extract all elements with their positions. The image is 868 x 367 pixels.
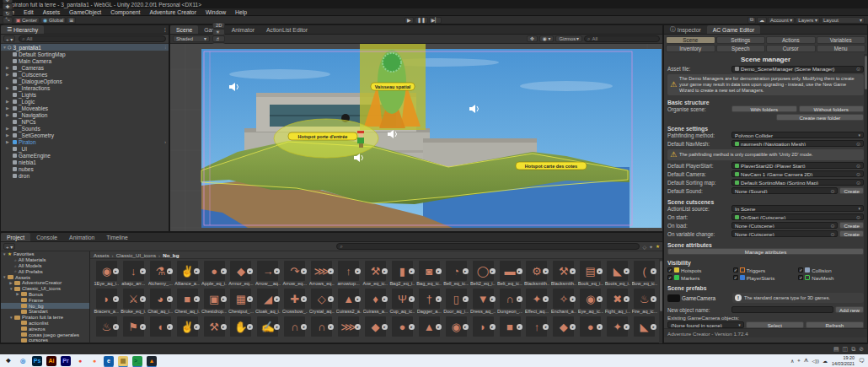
layout-dropdown[interactable]: Layout▾	[821, 17, 865, 24]
subasset-expand-icon[interactable]: ▸	[409, 296, 415, 302]
asset-thumbnail[interactable]: ✍▸	[257, 316, 278, 337]
asset-thumbnail[interactable]: ▯▸	[446, 289, 467, 309]
asset-thumbnail[interactable]: ✧▸	[553, 289, 574, 309]
subasset-expand-icon[interactable]: ▸	[543, 324, 549, 330]
rotate-tool-button[interactable]: ↻	[3, 10, 13, 17]
cloud-button[interactable]: ☁	[757, 17, 767, 24]
asset-apple-eq-i[interactable]: ●▸Apple_eq_i...	[201, 261, 228, 287]
breadcrumb-classic-ui-icons[interactable]: Classic_UI_icons	[116, 252, 156, 258]
subasset-expand-icon[interactable]: ▸	[194, 324, 200, 330]
asset-tile[interactable]: ⚒▸	[201, 316, 228, 343]
folder-standart[interactable]: Standart	[1, 309, 89, 315]
asset-book-eq-i[interactable]: ▤▸Book_eq_i...	[577, 261, 603, 287]
asset-belt2-eq-i[interactable]: ◯▸Belt2_eq_i...	[470, 261, 496, 287]
asset-cloak-aq-i[interactable]: ◢▸Cloak_aq_i...	[255, 289, 281, 315]
folder-cursores[interactable]: cursores	[1, 337, 89, 343]
subasset-expand-icon[interactable]: ▸	[463, 296, 469, 302]
hierarchy-item-nubes[interactable]: nubes	[1, 165, 169, 172]
folder-adventurecreator[interactable]: ▶AdventureCreator	[1, 280, 89, 286]
asset-thumbnail[interactable]: ∩▸	[311, 316, 332, 337]
hierarchy-root-scene[interactable]: ▼⬡3_pantalla1⁝	[1, 44, 169, 51]
asset-tile[interactable]: ▲▸	[416, 316, 442, 343]
asset-chestput[interactable]: ▦▸Chestput_...	[228, 289, 255, 315]
subasset-expand-icon[interactable]: ▸	[274, 296, 280, 302]
hierarchy-item-sounds[interactable]: ▶_Sounds	[1, 125, 169, 132]
expand-arrow[interactable]: ▶	[9, 281, 13, 285]
subasset-expand-icon[interactable]: ▸	[247, 324, 253, 330]
manage-attributes-button[interactable]: Manage attributes	[667, 248, 864, 255]
asset-fight-aq-i[interactable]: ✖▸Fight_aq_i...	[604, 289, 630, 315]
asset-tile[interactable]: ◣▸	[631, 316, 657, 343]
on-load-field[interactable]: None (Cutscene)⊙	[731, 222, 838, 229]
asset-bow-eq-ic[interactable]: (▸Bow_eq_ic...	[631, 261, 657, 287]
taskbar-firefox-icon[interactable]: ●	[89, 356, 99, 366]
asset-chestdrop[interactable]: ▣▸Chestdrop...	[201, 289, 228, 315]
asset-thumbnail[interactable]: ∩▸	[500, 289, 521, 309]
asset-tile[interactable]: ✌▸	[174, 316, 201, 343]
ac-tab-speech[interactable]: Speech	[716, 45, 766, 52]
asset-blacksmith[interactable]: ⚒▸Blacksmith...	[550, 261, 576, 287]
asset-belt-eq-ic[interactable]: ▬▸Belt_eq_ic...	[497, 261, 523, 287]
asset-arrow-aq[interactable]: →▸Arrow__aq...	[255, 261, 281, 287]
subasset-expand-icon[interactable]: ▸	[194, 296, 200, 302]
asset-thumbnail[interactable]: ▲▸	[338, 289, 359, 309]
create-new-folder-button[interactable]: Create new folder	[776, 114, 864, 121]
pivot-toggle-button[interactable]: ▣ Center	[13, 17, 40, 24]
notification-center-icon[interactable]: 🗨	[859, 358, 865, 364]
asset-blacksmith[interactable]: ⚙▸Blacksmith...	[523, 261, 549, 287]
asset-tile[interactable]: ∩▸	[308, 316, 335, 343]
asset-tile[interactable]: ◗▸	[470, 316, 496, 343]
subasset-expand-icon[interactable]: ▸	[490, 324, 496, 330]
default-sorting-map-field[interactable]: Default SortingMap (Sorting Map)⊙	[731, 179, 864, 186]
status-icon-2[interactable]: ⧉	[851, 346, 855, 353]
asset-thumbnail[interactable]: ↓▸	[123, 261, 144, 281]
tool-handle-icon[interactable]: ✥	[527, 35, 538, 42]
subasset-expand-icon[interactable]: ▸	[543, 268, 549, 274]
item-menu-icon[interactable]: ⁝	[164, 45, 166, 50]
menu-assets[interactable]: Assets	[43, 9, 60, 15]
ac-tab-actions[interactable]: Actions	[766, 36, 816, 44]
asset-thumbnail[interactable]: ✌▸	[177, 316, 198, 337]
asset-thumbnail[interactable]: ⚔▸	[123, 289, 144, 309]
tab-hierarchy[interactable]: ☰Hierarchy	[1, 25, 44, 34]
hierarchy-item-niebla1[interactable]: niebla1	[1, 159, 169, 165]
tray-network-icon[interactable]: ᗑ	[804, 358, 809, 364]
asset-boots-eq-i[interactable]: ◣▸Boots_eq_i...	[604, 261, 630, 287]
asset-dagger-a[interactable]: †▸Dagger_a...	[416, 289, 442, 315]
on-variable-change-field[interactable]: None (Cutscene)⊙	[731, 230, 838, 237]
asset-thumbnail[interactable]: ✦▸	[607, 316, 628, 337]
asset-dungeon[interactable]: ∩▸Dungeon_...	[497, 289, 523, 315]
subasset-expand-icon[interactable]: ▸	[301, 324, 307, 330]
taskbar-premiere-icon[interactable]: Pr	[61, 356, 71, 366]
asset-thumbnail[interactable]: ⚒▸	[553, 261, 574, 281]
taskbar-illustrator-icon[interactable]: Ai	[46, 356, 56, 366]
asset-thumbnail[interactable]: †▸	[419, 289, 440, 309]
expand-arrow[interactable]: ▼	[9, 287, 13, 291]
asset-thumbnail[interactable]: ◙▸	[419, 261, 440, 281]
object-picker-icon[interactable]: ⊙	[856, 141, 860, 147]
object-picker-icon[interactable]: ⊙	[830, 231, 834, 237]
object-picker-icon[interactable]: ⊙	[856, 171, 860, 177]
without-folders-button[interactable]: Without folders	[799, 105, 865, 112]
taskbar-cortana-search-icon[interactable]: ◎	[18, 356, 28, 366]
subasset-expand-icon[interactable]: ▸	[624, 268, 630, 274]
gamecamera-label[interactable]: GameCamera	[682, 295, 731, 301]
tray-mic-icon[interactable]: ⌖	[797, 358, 800, 364]
subasset-expand-icon[interactable]: ▸	[490, 268, 496, 274]
asset-thumbnail[interactable]: ♨▸	[96, 316, 117, 337]
asset-thumbnail[interactable]: ⋙▸	[338, 316, 359, 337]
asset-thumbnail[interactable]: ◯▸	[473, 261, 494, 281]
hierarchy-item-dialogueoptions[interactable]: _DialogueOptions	[1, 78, 169, 84]
folder-assets[interactable]: ▼Assets	[1, 274, 89, 280]
grid-scrollbar[interactable]	[659, 259, 662, 344]
subasset-expand-icon[interactable]: ▸	[463, 324, 469, 330]
taskbar-vlc-icon[interactable]: ▲	[147, 356, 157, 366]
ac-scrollbar[interactable]	[864, 54, 867, 328]
asset-thumbnail[interactable]: ◗▸	[473, 316, 494, 337]
tab-scene[interactable]: Scene	[170, 25, 198, 34]
asset-thumbnail[interactable]: ▣▸	[204, 289, 225, 309]
folder-frame[interactable]: Frame	[1, 297, 89, 303]
move-tool-button[interactable]: ✚	[3, 3, 13, 10]
subasset-expand-icon[interactable]: ▸	[382, 296, 388, 302]
asset-tile[interactable]: ◉▸	[443, 316, 469, 343]
